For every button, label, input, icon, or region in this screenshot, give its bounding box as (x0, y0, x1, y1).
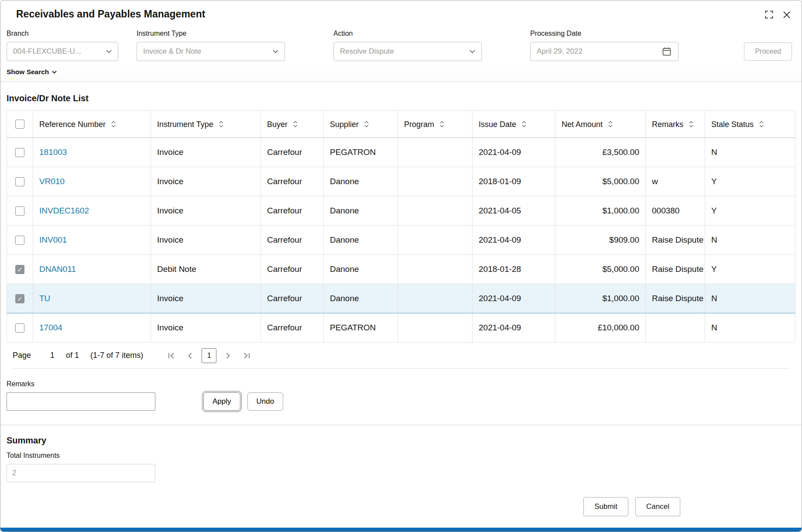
cell-program (398, 226, 473, 255)
cell-stale-status: N (705, 226, 795, 255)
list-title: Invoice/Dr Note List (7, 93, 795, 103)
current-page-box[interactable]: 1 (202, 348, 216, 363)
table-row: 181003InvoiceCarrefourPEGATRON2021-04-09… (7, 138, 795, 167)
sort-icon[interactable] (689, 120, 694, 128)
chevron-down-icon (273, 50, 278, 53)
column-header-program[interactable]: Program (398, 111, 473, 138)
table-row: 17004InvoiceCarrefourPEGATRON2021-04-09£… (7, 313, 795, 343)
sort-icon[interactable] (521, 120, 527, 128)
column-header-buyer[interactable]: Buyer (261, 111, 324, 138)
cancel-button[interactable]: Cancel (635, 497, 680, 516)
first-page-icon[interactable] (164, 348, 179, 363)
column-header-reference-number[interactable]: Reference Number (33, 111, 151, 138)
cell-instrument-type: Invoice (151, 226, 261, 255)
submit-button[interactable]: Submit (583, 497, 628, 516)
receivables-payables-window: Receivables and Payables Management Bran… (0, 0, 802, 532)
cell-buyer: Carrefour (261, 167, 324, 196)
cell-reference: DNAN011 (33, 255, 151, 284)
reference-link[interactable]: VR010 (39, 177, 65, 186)
cell-reference: INV001 (33, 226, 151, 255)
cell-issue-date: 2018-01-28 (473, 255, 555, 284)
row-checkbox[interactable] (15, 294, 24, 303)
close-icon[interactable] (781, 9, 792, 20)
sort-icon[interactable] (219, 120, 224, 128)
cell-net-amount: $1,000.00 (555, 196, 646, 226)
cell-stale-status: Y (705, 255, 795, 284)
instrument-type-label: Instrument Type (137, 30, 285, 38)
cell-buyer: Carrefour (261, 138, 324, 167)
cell-instrument-type: Invoice (151, 196, 261, 226)
sort-icon[interactable] (439, 120, 445, 128)
proceed-button[interactable]: Proceed (744, 42, 792, 61)
row-checkbox[interactable] (15, 177, 24, 186)
cell-supplier: Danone (324, 255, 398, 284)
cell-stale-status: N (705, 284, 795, 313)
apply-button[interactable]: Apply (203, 392, 240, 411)
chevron-down-icon (470, 50, 475, 53)
sort-icon[interactable] (608, 120, 613, 128)
chevron-down-icon (52, 71, 57, 74)
sort-icon[interactable] (293, 120, 298, 128)
column-header-net-amount[interactable]: Net Amount (555, 111, 646, 138)
row-checkbox[interactable] (15, 148, 24, 157)
undo-button[interactable]: Undo (247, 392, 284, 411)
instrument-type-select[interactable]: Invoice & Dr Note (137, 42, 285, 61)
reference-link[interactable]: DNAN011 (39, 264, 76, 274)
column-header-instrument-type[interactable]: Instrument Type (151, 111, 261, 138)
cell-reference: TU (33, 284, 151, 313)
remarks-input[interactable] (7, 392, 155, 411)
cell-program (398, 167, 473, 196)
cell-remarks: 000380 (646, 196, 705, 226)
cell-instrument-type: Invoice (151, 284, 261, 313)
window-controls (764, 9, 792, 20)
total-instruments-input[interactable] (7, 464, 155, 482)
column-header-issue-date[interactable]: Issue Date (473, 111, 555, 138)
previous-page-icon[interactable] (182, 348, 197, 363)
reference-link[interactable]: INVDEC1602 (39, 206, 89, 215)
calendar-icon[interactable] (661, 46, 672, 57)
row-checkbox[interactable] (15, 206, 24, 216)
column-header-stale-status[interactable]: Stale Status (705, 111, 795, 138)
cell-program (398, 255, 473, 284)
last-page-icon[interactable] (239, 348, 254, 363)
sort-icon[interactable] (364, 120, 369, 128)
sort-icon[interactable] (759, 120, 764, 128)
next-page-icon[interactable] (221, 348, 236, 363)
reference-link[interactable]: TU (39, 294, 50, 303)
pagination-controls: 1 (164, 348, 254, 363)
cell-net-amount: $5,000.00 (555, 167, 646, 196)
column-header-remarks[interactable]: Remarks (646, 111, 705, 138)
cell-net-amount: $5,000.00 (555, 255, 646, 284)
window-header: Receivables and Payables Management (0, 0, 802, 20)
table-row: INVDEC1602InvoiceCarrefourDanone2021-04-… (7, 196, 795, 226)
branch-select[interactable]: 004-FLEXCUBE-U... (7, 42, 118, 61)
window-title: Receivables and Payables Management (16, 8, 205, 20)
cell-instrument-type: Invoice (151, 138, 261, 167)
row-checkbox[interactable] (15, 265, 24, 274)
action-select[interactable]: Resolve Dispute (333, 42, 482, 61)
cell-remarks (646, 313, 705, 343)
sort-icon[interactable] (111, 120, 116, 128)
remarks-label: Remarks (7, 380, 795, 388)
summary-title: Summary (7, 436, 795, 446)
cell-instrument-type: Invoice (151, 167, 261, 196)
processing-date-field: Processing Date April 29, 2022 (530, 30, 679, 61)
branch-field: Branch 004-FLEXCUBE-U... (7, 30, 118, 61)
select-all-checkbox[interactable] (15, 120, 24, 129)
reference-link[interactable]: 181003 (39, 148, 67, 157)
processing-date-input[interactable]: April 29, 2022 (530, 42, 679, 61)
cell-instrument-type: Debit Note (151, 255, 261, 284)
cell-remarks: Raise Dispute (646, 226, 705, 255)
table-row: INV001InvoiceCarrefourDanone2021-04-09$9… (7, 226, 795, 255)
reference-link[interactable]: INV001 (39, 235, 67, 244)
reference-link[interactable]: 17004 (39, 323, 62, 332)
cell-buyer: Carrefour (261, 226, 324, 255)
row-checkbox[interactable] (15, 323, 24, 333)
restore-icon[interactable] (764, 9, 775, 20)
show-search-toggle[interactable]: Show Search (7, 68, 57, 76)
column-header-supplier[interactable]: Supplier (324, 111, 398, 138)
cell-issue-date: 2021-04-05 (473, 196, 555, 226)
cell-stale-status: N (705, 313, 795, 343)
row-checkbox[interactable] (15, 236, 24, 245)
cell-instrument-type: Invoice (151, 313, 261, 343)
